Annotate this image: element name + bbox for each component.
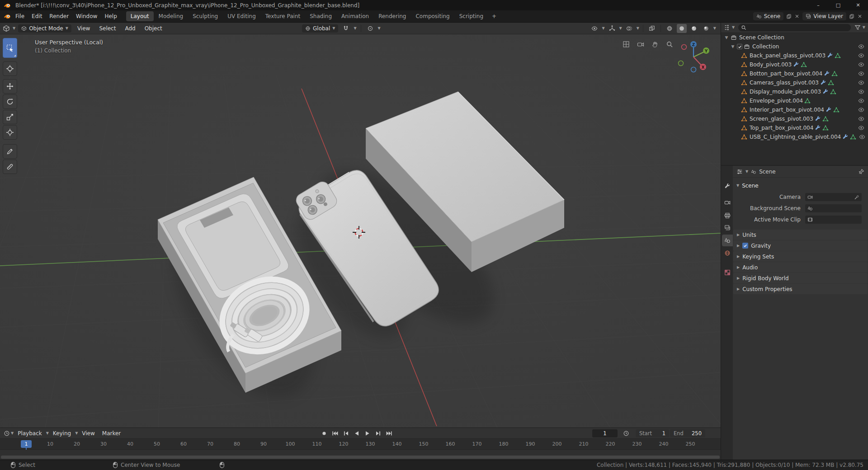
tab-scene-properties[interactable]: [722, 235, 733, 246]
search-input[interactable]: [748, 24, 848, 31]
tool-move[interactable]: [3, 79, 17, 94]
disclosure-icon[interactable]: ▼: [724, 35, 729, 40]
visibility-eye-icon[interactable]: [859, 134, 865, 140]
outliner-object-row[interactable]: Display_module_pivot.003: [721, 87, 868, 96]
outliner-object-row[interactable]: USB_C_Lightning_cable_pivot.004: [721, 132, 868, 141]
tab-world-properties[interactable]: [722, 247, 733, 259]
workspace-tab-sculpting[interactable]: Sculpting: [188, 11, 222, 21]
playhead-badge[interactable]: 1: [21, 440, 32, 448]
visibility-eye-icon[interactable]: [858, 70, 864, 77]
disclosure-icon[interactable]: ▼: [730, 44, 736, 49]
tab-tool-properties[interactable]: [722, 180, 733, 192]
new-scene-copy-icon[interactable]: [786, 14, 792, 19]
visibility-eye-icon[interactable]: [858, 116, 864, 122]
outliner-search[interactable]: [738, 24, 851, 31]
editor-type-timeline-icon[interactable]: [4, 430, 10, 437]
outliner-object-row[interactable]: Interior_part_box_pivot.004: [721, 105, 868, 114]
workspace-tab-layout[interactable]: Layout: [126, 11, 154, 21]
auto-keying-button[interactable]: [319, 429, 329, 437]
tool-annotate[interactable]: [3, 144, 17, 159]
timeline-scrollbar[interactable]: [1, 456, 720, 459]
menu-edit[interactable]: Edit: [28, 12, 46, 21]
snap-settings-chevron-icon[interactable]: ▼: [354, 27, 356, 30]
menu-render[interactable]: Render: [46, 12, 72, 21]
proportional-settings-chevron-icon[interactable]: ▼: [378, 27, 381, 30]
proportional-editing-button[interactable]: [365, 24, 375, 33]
menu-file[interactable]: File: [12, 12, 28, 21]
eyedropper-icon[interactable]: [854, 194, 859, 200]
outliner-object-row[interactable]: Top_part_box_pivot.004: [721, 123, 868, 132]
object-name[interactable]: Interior_part_box_pivot.004: [749, 107, 824, 113]
minimize-button[interactable]: –: [808, 0, 828, 10]
scene-selector[interactable]: Scene: [753, 12, 784, 20]
outliner-object-row[interactable]: Body_pivot.003: [721, 60, 868, 69]
section-gravity[interactable]: ▶ Gravity: [733, 240, 868, 251]
frame-start-field[interactable]: Start 1: [636, 429, 669, 437]
timeline-ruler[interactable]: 10 20 30 40 50 60 70 80 90 100 110 120 1…: [0, 439, 721, 450]
visibility-eye-icon[interactable]: [858, 80, 864, 86]
pin-icon[interactable]: [858, 169, 864, 175]
active-movie-clip-field[interactable]: [805, 216, 862, 224]
view-layer-selector[interactable]: View Layer: [802, 12, 846, 20]
object-visibility-button[interactable]: [590, 24, 599, 33]
play-reverse-button[interactable]: [352, 429, 362, 437]
tool-rotate[interactable]: [3, 94, 17, 109]
editor-type-properties-icon[interactable]: [736, 169, 743, 175]
visibility-eye-icon[interactable]: [858, 52, 864, 59]
gravity-checkbox[interactable]: [742, 243, 748, 249]
viewport-3d[interactable]: Z Y X User Perspective (Local) (1) Colle…: [0, 34, 721, 428]
editor-type-viewport-icon[interactable]: [3, 25, 10, 32]
timeline-track-area[interactable]: [0, 450, 721, 460]
shading-material-button[interactable]: [689, 24, 699, 33]
tool-transform[interactable]: [3, 125, 17, 140]
visibility-eye-icon[interactable]: [858, 43, 864, 50]
section-keying-sets[interactable]: ▶ Keying Sets: [733, 251, 868, 262]
workspace-tab-scripting[interactable]: Scripting: [455, 11, 488, 21]
object-name[interactable]: Cameras_glass_pivot.003: [749, 80, 819, 86]
shading-chevron-icon[interactable]: ▼: [713, 27, 716, 30]
gizmo-chevron-icon[interactable]: ▼: [619, 27, 622, 30]
outliner-row-scene-collection[interactable]: ▼ Scene Collection: [721, 33, 868, 42]
collection-checkbox[interactable]: [737, 44, 742, 49]
section-audio[interactable]: ▶ Audio: [733, 262, 868, 273]
timeline-menu-playback[interactable]: Playback: [14, 429, 45, 437]
frame-end-field[interactable]: End 250: [670, 429, 705, 437]
object-name[interactable]: USB_C_Lightning_cable_pivot.004: [749, 134, 841, 140]
play-button[interactable]: [363, 429, 373, 437]
scene-collection-name[interactable]: Scene Collection: [738, 34, 784, 41]
menu-help[interactable]: Help: [101, 12, 120, 21]
section-units[interactable]: ▶ Units: [733, 230, 868, 240]
visibility-eye-icon[interactable]: [858, 107, 864, 113]
snap-toggle-button[interactable]: [341, 24, 351, 33]
workspace-tab-modeling[interactable]: Modeling: [154, 11, 188, 21]
workspace-tab-animation[interactable]: Animation: [337, 11, 373, 21]
show-overlays-button[interactable]: [624, 24, 634, 33]
xray-toggle-button[interactable]: [647, 24, 657, 33]
outliner-object-row[interactable]: Envelope_pivot.004: [721, 96, 868, 105]
viewport-canvas[interactable]: Z Y X: [0, 34, 721, 428]
visibility-eye-icon[interactable]: [858, 61, 864, 68]
visibility-eye-icon[interactable]: [858, 98, 864, 104]
object-name[interactable]: Top_part_box_pivot.004: [749, 125, 813, 131]
viewport-menu-object[interactable]: Object: [142, 24, 165, 33]
menu-window[interactable]: Window: [72, 12, 101, 21]
transform-orientation-dropdown[interactable]: Global ▼: [302, 24, 338, 33]
viewport-menu-view[interactable]: View: [74, 24, 93, 33]
tab-render-properties[interactable]: [722, 197, 733, 208]
add-workspace-button[interactable]: +: [488, 12, 500, 20]
tab-output-properties[interactable]: [722, 210, 733, 221]
outliner-object-row[interactable]: Back_panel_glass_pivot.003: [721, 51, 868, 60]
editor-type-outliner-icon[interactable]: [724, 24, 730, 31]
timeline-menu-keying[interactable]: Keying: [50, 429, 74, 437]
tool-scale[interactable]: [3, 110, 17, 124]
filter-funnel-icon[interactable]: [854, 24, 861, 31]
tool-select-box[interactable]: [3, 38, 17, 58]
shading-solid-button[interactable]: [677, 24, 687, 33]
tab-view-layer-properties[interactable]: [722, 222, 733, 234]
scene-panel-header[interactable]: ▼ Scene: [733, 180, 868, 191]
remove-view-layer-icon[interactable]: [857, 14, 863, 19]
section-custom-properties[interactable]: ▶ Custom Properties: [733, 284, 868, 294]
object-name[interactable]: Body_pivot.003: [749, 61, 792, 68]
show-gizmo-button[interactable]: [607, 24, 617, 33]
object-name[interactable]: Botton_part_box_pivot.004: [749, 70, 822, 77]
